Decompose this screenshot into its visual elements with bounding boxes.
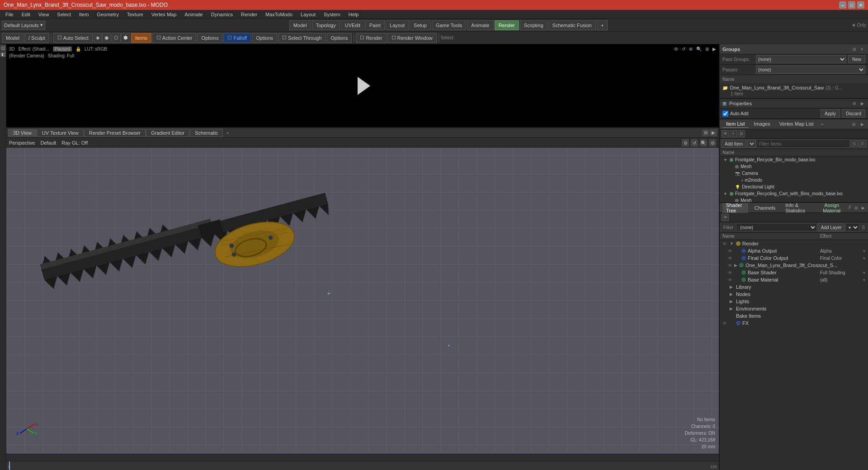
tab-scripting[interactable]: Scripting — [520, 20, 547, 30]
icon-btn-4[interactable]: ⬢ — [121, 33, 130, 43]
item-row-0[interactable]: ▼ Frontgate_Recycle_Bin_modo_base.lxo — [720, 156, 868, 163]
tab-uvedit[interactable]: UVEdit — [341, 20, 364, 30]
item-row-1[interactable]: Mesh — [720, 163, 868, 170]
render-icon-play[interactable]: ▶ — [712, 47, 716, 52]
menu-animate[interactable]: Animate — [181, 11, 206, 18]
shading-row-environments[interactable]: ▶ Environments — [720, 305, 868, 312]
action-center-btn[interactable]: ☐ Action Center — [152, 33, 197, 43]
menu-geometry[interactable]: Geometry — [93, 11, 122, 18]
shading-row-base-shader[interactable]: 👁 Base Shader Full Shading ▾ — [720, 269, 868, 276]
maximize-button[interactable]: □ — [848, 1, 855, 9]
options-btn-1[interactable]: Options — [197, 33, 222, 43]
model-btn[interactable]: Model — [2, 33, 24, 43]
viewport-tab-uv[interactable]: UV Texture View — [37, 129, 84, 137]
item-row-4[interactable]: 💡 Directional Light — [720, 183, 868, 190]
side-btn-1[interactable]: ◫ — [0, 45, 6, 51]
menu-help[interactable]: Help — [345, 11, 363, 18]
minimize-button[interactable]: – — [839, 1, 846, 9]
menu-layout[interactable]: Layout — [297, 11, 319, 18]
close-button[interactable]: ✕ — [857, 1, 864, 9]
shading-tab-channels[interactable]: Channels — [751, 204, 779, 212]
shading-row-lights[interactable]: ▶ Lights — [720, 298, 868, 305]
menu-view[interactable]: View — [35, 11, 53, 18]
passes-select[interactable]: (none) — [756, 66, 865, 74]
timeline-track[interactable] — [6, 461, 719, 470]
icon-btn-3[interactable]: ⬡ — [112, 33, 121, 43]
viewport-icon-1[interactable]: ⚙ — [682, 139, 689, 146]
select-through-btn[interactable]: ☐ Select Through — [278, 33, 326, 43]
shading-row-bake-items[interactable]: Bake Items — [720, 312, 868, 320]
assign-material-button[interactable]: Assign Material — [817, 203, 846, 214]
item-row-3[interactable]: ▪ m2modo — [720, 177, 868, 183]
tab-item-list[interactable]: Item List — [722, 120, 749, 128]
add-item-dropdown[interactable]: ▾ — [747, 140, 756, 148]
render-icon-expand[interactable]: ⊞ — [705, 47, 709, 52]
add-layer-button[interactable]: Add Layer — [818, 223, 845, 231]
tab-schematic-fusion[interactable]: Schematic Fusion — [548, 20, 596, 30]
add-item-button[interactable]: Add Item — [722, 140, 746, 148]
add-tab-button[interactable]: + — [597, 20, 608, 30]
auto-select-btn[interactable]: ☐ Auto Select — [53, 33, 93, 43]
shading-row-fx[interactable]: 👁 FX — [720, 320, 868, 327]
properties-expand-icon[interactable]: ⊞ — [851, 100, 858, 107]
viewport-tab-render-preset[interactable]: Render Preset Browser — [84, 129, 146, 137]
tab-animate[interactable]: Animate — [467, 20, 493, 30]
shading-row-nodes[interactable]: ▶ Nodes — [720, 291, 868, 298]
side-btn-2[interactable]: ◧ — [0, 52, 6, 57]
pass-groups-select[interactable]: (none) — [756, 55, 846, 63]
icon-btn-2[interactable]: ◉ — [102, 33, 111, 43]
items-btn[interactable]: Items — [131, 33, 151, 43]
discard-button[interactable]: Discard — [842, 109, 865, 118]
shading-expand-icon[interactable]: ⊞ — [854, 205, 858, 211]
shading-close-icon[interactable]: ▶ — [861, 205, 865, 211]
render-window-btn[interactable]: ☐ Render Window — [387, 33, 437, 43]
render-icon-zoom[interactable]: ⊕ — [689, 47, 693, 52]
menu-vertex-map[interactable]: Vertex Map — [148, 11, 180, 18]
shading-row-one-man[interactable]: 👁 ▶ One_Man_Lynx_Brand_3ft_Crosscut_S... — [720, 262, 868, 269]
menu-system[interactable]: System — [320, 11, 344, 18]
item-list-expand-icon[interactable]: ⊞ — [851, 121, 857, 127]
add-layer-dropdown[interactable]: ▾ — [845, 223, 859, 231]
groups-expand-icon[interactable]: ⊞ — [851, 46, 858, 52]
render-icon-gear[interactable]: ⚙ — [674, 47, 678, 52]
shading-row-render[interactable]: 👁 ▼ Render — [720, 240, 868, 247]
menu-maxtomodo[interactable]: MaxToModo — [262, 11, 296, 18]
menu-file[interactable]: File — [2, 11, 17, 18]
viewport-raygl-label[interactable]: Ray GL: Off — [61, 140, 88, 146]
menu-select[interactable]: Select — [53, 11, 75, 18]
tab-paint[interactable]: Paint — [365, 20, 385, 30]
menu-render[interactable]: Render — [237, 11, 261, 18]
viewport-perspective-label[interactable]: Perspective — [9, 140, 35, 146]
shading-row-library[interactable]: ▶ Library — [720, 283, 868, 291]
tab-game-tools[interactable]: Game Tools — [432, 20, 467, 30]
filter-all-icon[interactable]: F — [859, 140, 866, 147]
item-row-6[interactable]: Mesh — [720, 197, 868, 202]
add-viewport-tab-button[interactable]: + — [223, 129, 231, 136]
viewport-icon-2[interactable]: ↺ — [691, 139, 698, 146]
options-btn-2[interactable]: Options — [252, 33, 277, 43]
viewport-icon-search[interactable]: 🔍 — [700, 139, 707, 146]
filter-dropdown[interactable]: (none) — [736, 223, 817, 231]
item-row-5[interactable]: ▼ Frontgate_Recycling_Cart_with_Bins_mod… — [720, 190, 868, 197]
shading-row-final-color[interactable]: 👁 Final Color Output Final Color ▾ — [720, 254, 868, 262]
menu-item[interactable]: Item — [75, 11, 92, 18]
item-list-close-icon[interactable]: ▶ — [859, 121, 865, 127]
shading-row-alpha[interactable]: 👁 Alpha Output Alpha ▾ — [720, 247, 868, 254]
il-gear-icon[interactable]: ⚙ — [738, 130, 745, 137]
apply-button[interactable]: Apply — [821, 109, 840, 118]
render-play-button[interactable] — [351, 75, 374, 97]
tab-setup[interactable]: Setup — [410, 20, 431, 30]
menu-dynamics[interactable]: Dynamics — [208, 11, 236, 18]
shading-tab-info[interactable]: Info & Statistics — [782, 203, 812, 214]
menu-texture[interactable]: Texture — [123, 11, 147, 18]
tab-topology[interactable]: Topology — [312, 20, 340, 30]
viewport-shading-label[interactable]: Default — [40, 140, 56, 146]
viewport-tab-gradient[interactable]: Gradient Editor — [146, 129, 189, 137]
default-layouts-dropdown[interactable]: Default Layouts ▾ — [2, 21, 45, 30]
properties-close-icon[interactable]: ▶ — [859, 100, 865, 107]
add-list-tab-button[interactable]: + — [819, 121, 825, 128]
render-icon-refresh[interactable]: ↺ — [682, 47, 685, 52]
tab-render[interactable]: Render — [495, 20, 519, 30]
shading-eye-icon[interactable]: 👁 — [722, 214, 729, 221]
il-eye-icon[interactable]: 👁 — [722, 130, 729, 137]
